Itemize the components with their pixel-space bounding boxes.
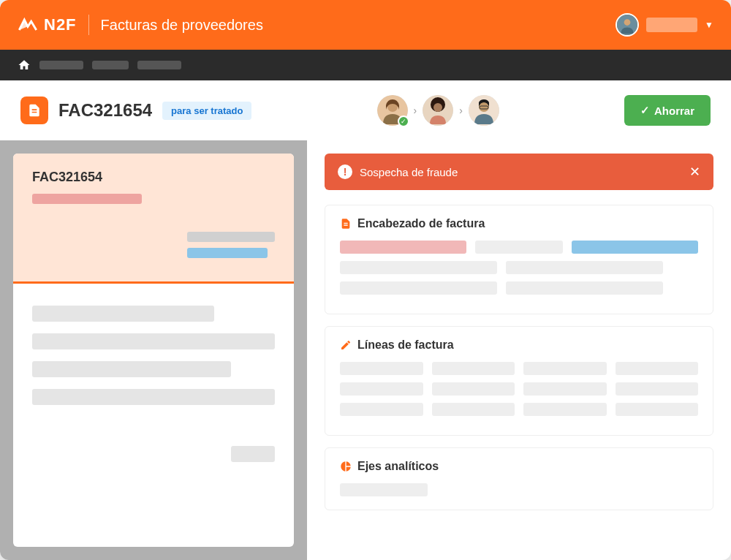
logo[interactable]: N2F [18,15,77,35]
field-placeholder[interactable] [340,483,428,496]
home-icon[interactable] [18,58,31,72]
field-placeholder[interactable] [523,403,607,416]
document-title: FAC321654 [58,100,152,121]
document-preview[interactable]: FAC321654 [13,154,294,547]
logo-text: N2F [44,15,77,34]
field-placeholder[interactable] [523,382,607,396]
user-avatar [616,13,639,37]
svg-point-1 [624,19,631,26]
chart-icon [340,461,352,472]
preview-line [32,361,231,377]
breadcrumb-item[interactable] [39,61,83,69]
field-placeholder[interactable] [616,403,699,416]
document-preview-panel: FAC321654 [0,140,307,560]
invoice-header-section: Encabezado de factura [325,205,713,314]
check-icon: ✓ [398,116,409,127]
field-placeholder[interactable] [572,241,698,254]
app-title: Facturas de proveedores [101,17,263,34]
preview-line [32,389,275,405]
detail-panel: ! Sospecha de fraude ✕ Encabezado de fac… [307,140,731,560]
svg-point-7 [433,103,442,112]
close-icon[interactable]: ✕ [689,164,700,180]
section-title: Encabezado de factura [357,217,485,230]
field-placeholder[interactable] [340,362,423,375]
breadcrumb-item[interactable] [137,61,181,69]
alert-text: Sospecha de fraude [360,166,458,178]
preview-placeholder [32,194,142,204]
preview-line [32,306,214,322]
spacer [672,261,698,274]
chevron-down-icon: ▼ [705,20,713,30]
field-placeholder[interactable] [340,241,466,254]
save-label: Ahorrar [654,105,694,117]
field-placeholder[interactable] [616,382,699,396]
preview-title: FAC321654 [32,170,275,185]
field-placeholder[interactable] [432,362,515,375]
save-button[interactable]: ✓ Ahorrar [624,95,711,126]
fraud-alert: ! Sospecha de fraude ✕ [325,154,713,190]
field-placeholder[interactable] [432,382,515,396]
approver-avatar[interactable] [469,95,499,126]
field-placeholder[interactable] [340,403,423,416]
check-icon: ✓ [640,104,650,117]
field-placeholder[interactable] [523,362,607,375]
field-placeholder[interactable] [475,241,564,254]
approvers-list: ✓ › › [377,95,499,126]
field-placeholder[interactable] [340,382,423,396]
invoice-lines-section: Líneas de factura [325,326,713,436]
preview-line [32,333,275,349]
field-placeholder[interactable] [340,261,497,274]
preview-placeholder [187,248,268,258]
logo-icon [18,15,38,35]
document-header: FAC321654 para ser tratado ✓ › › ✓ Ahorr… [0,80,731,140]
user-menu[interactable]: ▼ [616,13,713,37]
section-title: Ejes analíticos [357,460,439,473]
document-icon [20,97,48,124]
field-placeholder[interactable] [506,281,663,295]
breadcrumb-item[interactable] [92,61,129,69]
approver-avatar[interactable] [423,95,453,126]
status-badge: para ser tratado [162,102,251,120]
field-placeholder[interactable] [432,403,515,416]
document-icon [340,218,352,230]
arrow-icon: › [459,105,463,116]
divider [88,15,89,35]
field-placeholder[interactable] [506,261,663,274]
preview-total [231,446,275,462]
arrow-icon: › [414,105,417,116]
spacer [672,281,698,295]
user-name-placeholder [646,18,697,32]
alert-icon: ! [338,164,352,179]
app-header: N2F Facturas de proveedores ▼ [0,0,731,50]
preview-placeholder [187,232,275,242]
field-placeholder[interactable] [616,362,699,375]
edit-icon [340,339,352,351]
breadcrumb-nav [0,50,731,80]
section-title: Líneas de factura [357,338,454,352]
analytics-section: Ejes analíticos [325,447,713,510]
field-placeholder[interactable] [340,281,497,295]
